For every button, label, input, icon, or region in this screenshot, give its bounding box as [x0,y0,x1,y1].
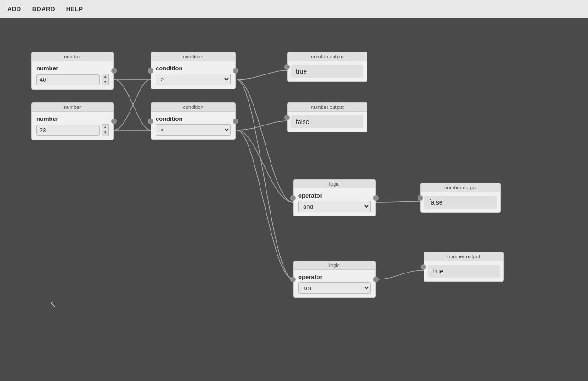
cursor: ↖ [50,300,57,310]
logic-node-1: logic operator and or xor not [293,179,376,216]
spinner-down-icon[interactable]: ▼ [102,80,108,85]
number-node-2: number number ▲ ▼ [31,102,114,140]
condition-node-1-left-connector[interactable] [148,68,153,74]
number-node-1: number number ▲ ▼ [31,52,114,90]
output-node-2-header: number output [288,103,367,112]
logic-node-1-left-connector[interactable] [290,195,296,201]
condition-node-1-select[interactable]: > < >= <= == [156,74,231,85]
number-node-1-header: number [32,52,113,61]
output-node-1-left-connector[interactable] [284,64,290,70]
number-node-2-label: number [36,115,109,122]
menubar: ADD BOARD HELP [0,0,588,18]
output-node-2-left-connector[interactable] [284,115,290,120]
logic-node-1-select[interactable]: and or xor not [298,201,371,212]
condition-node-1-header: condition [151,52,235,61]
number-node-2-output-connector[interactable] [111,119,117,124]
menu-board[interactable]: BOARD [32,6,55,12]
logic-node-2-label: operator [298,273,371,280]
logic-node-1-header: logic [294,180,375,188]
output-node-4: number output true [424,252,504,282]
output-node-2: number output false [287,102,368,132]
output-node-3-value: false [424,196,497,209]
condition-node-1: condition condition > < >= <= == [151,52,236,89]
condition-node-1-right-connector[interactable] [233,68,238,74]
number-node-1-label: number [36,65,109,72]
output-node-1: number output true [287,52,368,82]
condition-node-2-label: condition [156,115,231,122]
number-node-2-spinner[interactable]: ▲ ▼ [102,124,109,136]
spinner-down-icon-2[interactable]: ▼ [102,130,108,136]
condition-node-2-left-connector[interactable] [148,119,153,124]
number-node-1-input[interactable] [36,74,100,85]
output-node-4-left-connector[interactable] [421,264,426,270]
logic-node-2-right-connector[interactable] [373,277,379,282]
number-node-1-spinner[interactable]: ▲ ▼ [102,74,109,85]
number-node-1-output-connector[interactable] [111,68,117,74]
number-node-2-input[interactable] [36,125,100,136]
canvas: number number ▲ ▼ number number ▲ ▼ [0,18,588,381]
logic-node-2-select[interactable]: xor and or not [298,282,371,294]
condition-node-1-label: condition [156,65,231,72]
logic-node-1-label: operator [298,192,371,199]
logic-node-2: logic operator xor and or not [293,261,376,298]
condition-node-2-right-connector[interactable] [233,119,238,124]
condition-node-2-select[interactable]: < > >= <= == [156,124,231,136]
menu-add[interactable]: ADD [7,6,21,12]
logic-node-1-right-connector[interactable] [373,195,379,201]
number-node-2-header: number [32,103,113,112]
logic-node-2-left-connector[interactable] [290,277,296,282]
output-node-3-header: number output [421,183,500,192]
output-node-3-left-connector[interactable] [418,195,423,201]
output-node-1-value: true [291,65,363,78]
spinner-up-icon[interactable]: ▲ [102,74,108,80]
menu-help[interactable]: HELP [66,6,83,12]
output-node-4-header: number output [424,252,503,261]
output-node-3: number output false [420,183,501,213]
condition-node-2: condition condition < > >= <= == [151,102,236,140]
spinner-up-icon-2[interactable]: ▲ [102,125,108,130]
condition-node-2-header: condition [151,103,235,112]
logic-node-2-header: logic [294,261,375,270]
output-node-1-header: number output [288,52,367,61]
output-node-4-value: true [428,265,500,278]
output-node-2-value: false [291,115,363,128]
